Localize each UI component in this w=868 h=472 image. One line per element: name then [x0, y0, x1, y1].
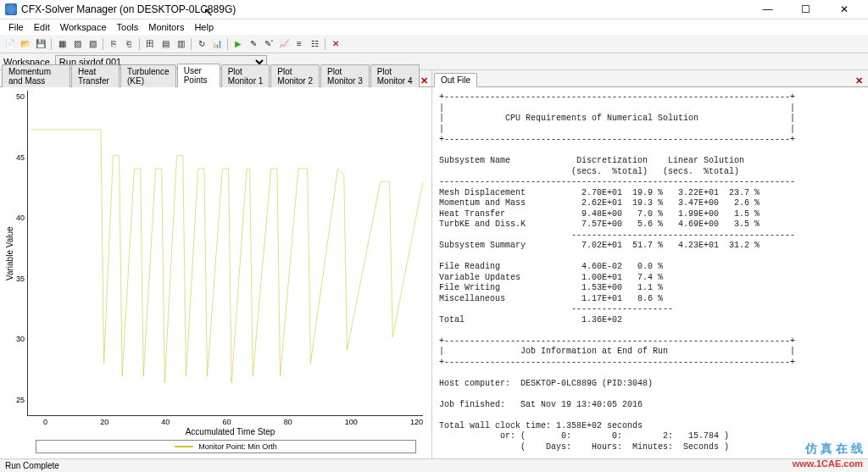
- out-file-text[interactable]: +---------------------------------------…: [432, 87, 868, 458]
- tool-define-icon[interactable]: ▦: [55, 37, 69, 51]
- tool-restore-icon[interactable]: ⎗: [122, 37, 136, 51]
- tool-edit-icon[interactable]: ▨: [70, 37, 84, 51]
- left-tab-row: Momentum and MassHeat TransferTurbulence…: [0, 70, 431, 87]
- tab-user-points[interactable]: User Points: [177, 64, 220, 87]
- tool-solver-icon[interactable]: ▤: [159, 37, 172, 51]
- status-text: Run Complete: [5, 461, 59, 470]
- app-icon: [5, 3, 17, 15]
- tool-interp-icon[interactable]: ▥: [174, 37, 187, 51]
- x-ticks: 020406080100120: [3, 416, 423, 426]
- tab-plot-monitor-3[interactable]: Plot Monitor 3: [320, 64, 370, 87]
- tool-range-icon[interactable]: ≡: [292, 37, 306, 51]
- tab-plot-monitor-2[interactable]: Plot Monitor 2: [270, 64, 320, 87]
- tool-edit3-icon[interactable]: ✎': [262, 37, 275, 51]
- title-bar: CFX-Solver Manager (on DESKTOP-0LC889G) …: [0, 0, 868, 19]
- watermark-url: www.1CAE.com: [793, 458, 863, 469]
- chart-area: Variable Value 504540353025 020406080100…: [0, 87, 431, 458]
- menu-workspace[interactable]: Workspace: [55, 21, 112, 33]
- tool-edit2-icon[interactable]: ✎: [247, 37, 260, 51]
- menu-edit[interactable]: Edit: [29, 21, 55, 33]
- tab-plot-monitor-4[interactable]: Plot Monitor 4: [370, 64, 420, 87]
- plot-canvas[interactable]: [27, 91, 423, 416]
- right-tab-row: Out File ✕: [432, 70, 868, 87]
- tab-plot-monitor-1[interactable]: Plot Monitor 1: [221, 64, 270, 87]
- y-axis-label: Variable Value: [3, 91, 16, 416]
- tab-momentum-and-mass[interactable]: Momentum and Mass: [2, 64, 70, 87]
- menu-bar: File Edit Workspace Tools Monitors Help: [0, 19, 868, 35]
- chart-legend: Monitor Point: Min Orth: [36, 440, 416, 453]
- tool-stop-icon[interactable]: ✕: [329, 37, 342, 51]
- tab-heat-transfer[interactable]: Heat Transfer: [71, 64, 120, 87]
- y-ticks: 504540353025: [16, 91, 27, 416]
- tool-save-icon[interactable]: 💾: [34, 37, 47, 51]
- tab-turbulence-ke-[interactable]: Turbulence (KE): [120, 64, 176, 87]
- tool-start-icon[interactable]: ▶: [231, 37, 245, 51]
- watermark-brand: 仿 真 在 线: [805, 441, 863, 457]
- menu-tools[interactable]: Tools: [112, 21, 144, 33]
- close-button[interactable]: ✕: [825, 0, 863, 19]
- tool-backup-icon[interactable]: ⎘: [107, 37, 120, 51]
- tool-open-icon[interactable]: 📂: [19, 37, 32, 51]
- legend-swatch: [175, 446, 193, 447]
- tool-partition-icon[interactable]: 田: [143, 37, 157, 51]
- tool-refresh-icon[interactable]: ↻: [195, 37, 209, 51]
- tabs-close-icon[interactable]: ✕: [420, 75, 428, 86]
- tab-out-file[interactable]: Out File: [434, 73, 477, 87]
- tool-monitor-icon[interactable]: 📊: [210, 37, 224, 51]
- status-bar: Run Complete: [0, 458, 868, 472]
- maximize-button[interactable]: ☐: [787, 0, 825, 19]
- tool-table-icon[interactable]: ☷: [308, 37, 321, 51]
- minimize-button[interactable]: —: [748, 0, 787, 19]
- tool-new-icon[interactable]: 📄: [3, 37, 17, 51]
- x-axis-label: Accumulated Time Step: [3, 426, 423, 438]
- tool-chart-icon[interactable]: 📈: [277, 37, 291, 51]
- menu-help[interactable]: Help: [189, 21, 219, 33]
- window-title: CFX-Solver Manager (on DESKTOP-0LC889G): [21, 3, 748, 15]
- menu-monitors[interactable]: Monitors: [143, 21, 189, 33]
- legend-label: Monitor Point: Min Orth: [198, 442, 277, 451]
- tool-load-icon[interactable]: ▧: [86, 37, 99, 51]
- toolbar: 📄 📂 💾 ▦ ▨ ▧ ⎘ ⎗ 田 ▤ ▥ ↻ 📊 ▶ ✎ ✎' 📈 ≡ ☷ ✕: [0, 35, 868, 53]
- outfile-close-icon[interactable]: ✕: [853, 75, 865, 86]
- menu-file[interactable]: File: [3, 21, 29, 33]
